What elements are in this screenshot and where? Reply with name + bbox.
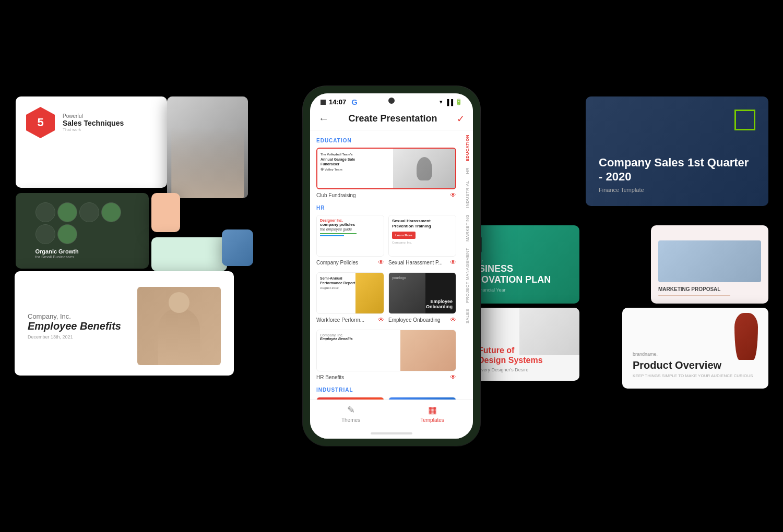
ob-eye-icon[interactable]: 👁 — [450, 316, 456, 323]
card-design-systems: Future of Design Systems Every Designer'… — [470, 308, 579, 381]
section-education: EDUCATION — [316, 138, 456, 143]
hr-grid-1: Designer Inc. company policies the emplo… — [316, 215, 456, 266]
templates-list: EDUCATION The Volleyball Team's Annual G… — [310, 130, 461, 400]
phone-screen: 14:07 G ▾ ▐▐ 🔋 ← Create Presentation ✓ — [310, 93, 473, 439]
bi-year: Next Financial Year — [465, 287, 571, 293]
cs-title: Company Sales 1st Quarter - 2020 — [599, 156, 755, 184]
card-employee-benefits: Company, Inc. Employee Benefits December… — [15, 271, 234, 376]
eb-date: December 13th, 2021 — [28, 334, 121, 340]
po-title: Product Overview — [633, 359, 758, 371]
card-marketing-proposal: MARKETING PROPOSAL — [651, 225, 768, 304]
app-header: ← Create Presentation ✓ — [310, 108, 473, 130]
po-subtitle: KEEP THINGS SIMPLE TO MAKE YOUR AUDIENCE… — [633, 373, 758, 378]
ds-subtitle: Every Designer's Desire — [478, 367, 571, 372]
home-indicator — [310, 428, 473, 439]
bi-title: BUSINESS INNOVATION PLAN — [465, 263, 571, 285]
cs-corner-box — [734, 110, 755, 130]
sales-tagline: That work — [63, 127, 124, 132]
hr-benefits-thumb[interactable]: Company, Inc. Employee Benefits — [316, 330, 456, 371]
card-product-overview: brandname. Product Overview KEEP THINGS … — [622, 308, 768, 389]
club-fundraising-thumb[interactable]: The Volleyball Team's Annual Garage Sale… — [316, 148, 456, 189]
sidenav-education[interactable]: EDUCATION — [465, 135, 470, 161]
back-button[interactable]: ← — [318, 113, 329, 125]
template-workforce-performance[interactable]: Semi-Annual Performance Report August 20… — [316, 272, 384, 323]
bottom-tabs: ✎ Themes ▦ Templates — [310, 400, 473, 428]
app-content: EDUCATION The Volleyball Team's Annual G… — [310, 130, 473, 400]
ds-title: Future of Design Systems — [478, 345, 571, 365]
phone-container: 14:07 G ▾ ▐▐ 🔋 ← Create Presentation ✓ — [303, 86, 480, 446]
mp-photo — [658, 240, 761, 282]
themes-icon: ✎ — [347, 404, 355, 416]
card-organic-growth: Organic Growth for Small Businesses — [16, 193, 149, 269]
industrial-1-thumb[interactable]: New — [316, 397, 384, 400]
check-button[interactable]: ✓ — [457, 113, 465, 125]
club-fundraising-label: Club Fundraising 👁 — [316, 191, 456, 199]
section-hr: HR — [316, 205, 456, 211]
organic-subtitle: for Small Businesses — [35, 255, 129, 259]
sh-eye-icon[interactable]: 👁 — [450, 259, 456, 266]
eb-company: Company, Inc. — [28, 312, 121, 320]
themes-label: Themes — [341, 417, 360, 423]
section-industrial: INDUSTRIAL — [316, 387, 456, 393]
tab-themes[interactable]: ✎ Themes — [310, 400, 392, 428]
templates-label: Templates — [420, 417, 444, 423]
card-company-sales: Company Sales 1st Quarter - 2020 Finance… — [586, 96, 768, 206]
sexual-harassment-thumb[interactable]: Sexual HarassmentPrevention Training Lea… — [388, 215, 456, 257]
hr-grid-3: Company, Inc. Employee Benefits HR Benef… — [316, 330, 456, 381]
sidenav-project-management[interactable]: PROJECT MANAGEMENT — [465, 248, 470, 303]
card-team-photo — [167, 96, 248, 198]
cp-eye-icon[interactable]: 👁 — [378, 259, 384, 266]
sales-title: Sales Techniques — [63, 119, 124, 127]
sales-subtitle: Powerful — [63, 113, 124, 119]
po-vase — [734, 313, 758, 360]
sidenav-industrial[interactable]: INDUSTRIAL — [465, 180, 470, 208]
card-peach-rect — [151, 193, 180, 232]
template-industrial-2[interactable]: New — [388, 397, 456, 400]
hrb-eye-icon[interactable]: 👁 — [450, 373, 456, 381]
status-google: G — [351, 98, 358, 106]
eb-title: Employee Benefits — [28, 320, 121, 332]
wf-eye-icon[interactable]: 👁 — [378, 316, 384, 323]
template-club-fundraising[interactable]: The Volleyball Team's Annual Garage Sale… — [316, 148, 456, 199]
sidenav-sales[interactable]: SALES — [465, 309, 470, 323]
home-bar — [371, 432, 412, 434]
templates-icon: ▦ — [428, 404, 437, 416]
sidenav-hr[interactable]: HR — [465, 167, 470, 174]
template-industrial-1[interactable]: New — [316, 397, 384, 400]
mp-bar — [658, 295, 730, 296]
sales-number-badge: 5 — [26, 107, 55, 138]
education-grid: The Volleyball Team's Annual Garage Sale… — [316, 148, 456, 199]
industrial-2-thumb[interactable]: New — [388, 397, 456, 400]
card-green-rect — [151, 237, 227, 271]
phone-body: 14:07 G ▾ ▐▐ 🔋 ← Create Presentation ✓ — [303, 86, 480, 446]
onboarding-thumb[interactable]: yourlogo Employee Onboarding — [388, 272, 456, 314]
template-hr-benefits[interactable]: Company, Inc. Employee Benefits HR Benef… — [316, 330, 456, 381]
card-blue-rect — [222, 229, 253, 266]
side-navigation: EDUCATION HR INDUSTRIAL MARKETING PROJEC… — [461, 130, 473, 400]
status-right: ▾ ▐▐ 🔋 — [440, 99, 462, 105]
mp-title: MARKETING PROPOSAL — [658, 286, 761, 292]
status-time: 14:07 — [329, 98, 346, 106]
organic-title: Organic Growth — [35, 248, 129, 255]
template-sexual-harassment[interactable]: Sexual HarassmentPrevention Training Lea… — [388, 215, 456, 266]
company-policies-thumb[interactable]: Designer Inc. company policies the emplo… — [316, 215, 384, 257]
cs-subtitle: Finance Template — [599, 187, 755, 193]
eye-icon[interactable]: 👁 — [450, 191, 456, 199]
workforce-thumb[interactable]: Semi-Annual Performance Report August 20… — [316, 272, 384, 314]
template-company-policies[interactable]: Designer Inc. company policies the emplo… — [316, 215, 384, 266]
eb-photo — [137, 287, 221, 365]
tab-templates[interactable]: ▦ Templates — [392, 400, 473, 428]
sidenav-marketing[interactable]: MARKETING — [465, 214, 470, 241]
hr-grid-2: Semi-Annual Performance Report August 20… — [316, 272, 456, 323]
template-employee-onboarding[interactable]: yourlogo Employee Onboarding Employee On… — [388, 272, 456, 323]
camera-dot — [388, 98, 395, 104]
bi-tagline: Tag Line — [465, 258, 571, 263]
header-title: Create Presentation — [348, 113, 437, 124]
card-sales-techniques: 5 Powerful Sales Techniques That work — [16, 96, 167, 188]
